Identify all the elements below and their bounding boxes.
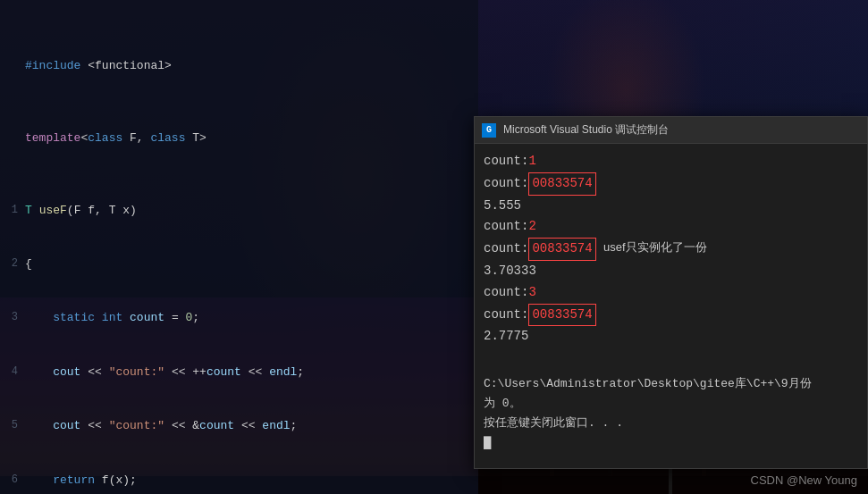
output-cursor: █: [484, 433, 858, 455]
console-title: Microsoft Visual Studio 调试控制台: [503, 122, 669, 138]
output-line-addr3: count:00833574: [484, 304, 858, 327]
console-body: count:1 count:00833574 5.555 usef只实例化了一份…: [475, 144, 867, 462]
code-line-3: 3 static int count = 0;: [0, 309, 475, 327]
code-line-template: template<class F, class T>: [0, 130, 475, 147]
watermark-text: CSDN @New Young: [751, 473, 857, 487]
output-line-val2: 3.70333: [484, 261, 858, 282]
console-titlebar: G Microsoft Visual Studio 调试控制台: [475, 117, 867, 144]
output-line-val1: 5.555 usef只实例化了一份: [484, 196, 858, 217]
output-line-count2: count:2: [484, 216, 858, 238]
code-line-2: 2 {: [0, 255, 475, 273]
output-close-msg: 按任意键关闭此窗口. . .: [484, 414, 858, 433]
output-line-val3: 2.7775: [484, 326, 858, 347]
console-window: G Microsoft Visual Studio 调试控制台 count:1 …: [474, 116, 868, 469]
code-line-5: 5 cout << "count:" << &count << endl;: [0, 417, 475, 435]
code-line-6: 6 return f(x);: [0, 472, 475, 490]
output-line-count3: count:3: [484, 282, 858, 304]
output-line-addr1: count:00833574: [484, 172, 858, 196]
vs-icon: G: [482, 123, 496, 138]
code-editor: #include <functional> template<class F, …: [0, 0, 478, 494]
code-line-include: #include <functional>: [0, 57, 475, 75]
code-line-4: 4 cout << "count:" << ++count << endl;: [0, 364, 475, 381]
code-line-1: 1 T useF(F f, T x): [0, 202, 475, 220]
output-path2: 为 0。: [484, 394, 858, 414]
output-line-count1: count:1: [484, 151, 858, 172]
output-path1: C:\Users\Administrator\Desktop\gitee库\C+…: [484, 374, 858, 394]
code-content: #include <functional> template<class F, …: [0, 0, 478, 494]
output-blank: [484, 353, 858, 374]
usef-annotation: usef只实例化了一份: [603, 239, 707, 255]
